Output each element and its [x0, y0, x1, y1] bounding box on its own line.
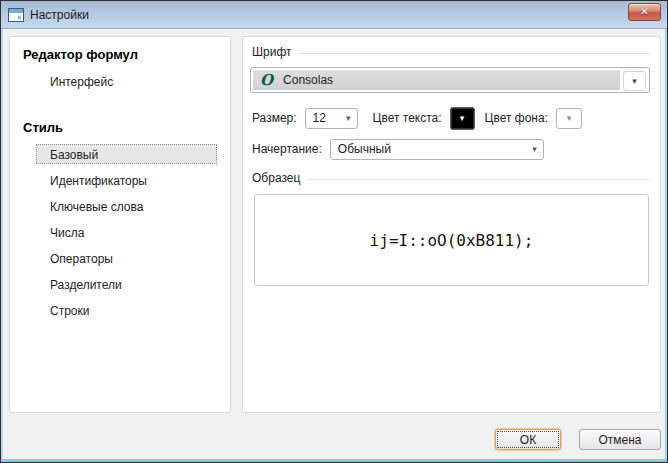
sidebar-item-numbers[interactable]: Числа — [36, 222, 217, 242]
titlebar[interactable]: Настройки ✕ — [1, 1, 667, 29]
settings-dialog: Настройки ✕ Редактор формул Интерфейс Ст… — [0, 0, 668, 463]
sidebar-item-identifiers[interactable]: Идентификаторы — [36, 170, 217, 190]
sidebar-item-strings[interactable]: Строки — [36, 300, 217, 320]
sidebar-item-basic[interactable]: Базовый — [36, 144, 217, 164]
sample-group-title: Образец — [252, 171, 300, 185]
font-style-value: Обычный — [331, 142, 391, 156]
background-color-label: Цвет фона: — [485, 111, 548, 125]
close-button[interactable]: ✕ — [628, 3, 661, 21]
size-and-colors-row: Размер: 12 ▾ Цвет текста: ▾ Цвет фона: ▾ — [252, 105, 652, 131]
ok-button[interactable]: ОК — [495, 429, 561, 450]
chevron-down-icon: ▾ — [460, 114, 465, 123]
chevron-down-icon: ▾ — [567, 114, 572, 123]
sample-text: ij=I::oO(0xB811); — [370, 231, 534, 250]
font-size-value: 12 — [306, 111, 326, 125]
font-sample-preview: ij=I::oO(0xB811); — [254, 194, 649, 286]
close-icon: ✕ — [640, 7, 648, 17]
sidebar-item-delimiters[interactable]: Разделители — [36, 274, 217, 294]
chevron-down-icon: ▾ — [346, 114, 351, 123]
font-group-title: Шрифт — [252, 45, 291, 59]
divider-line — [299, 53, 650, 54]
nav-header-style: Стиль — [23, 120, 230, 135]
chevron-down-icon[interactable]: ▾ — [623, 71, 646, 91]
cancel-button[interactable]: Отмена — [579, 429, 661, 450]
settings-nav-panel: Редактор формул Интерфейс Стиль Базовый … — [9, 36, 231, 413]
background-color-dropdown[interactable]: ▾ — [556, 108, 582, 129]
font-style-dropdown[interactable]: Обычный ▾ — [330, 139, 544, 160]
sidebar-item-keywords[interactable]: Ключевые слова — [36, 196, 217, 216]
font-family-value: Consolas — [283, 73, 333, 87]
sidebar-item-interface[interactable]: Интерфейс — [36, 71, 217, 91]
nav-header-formula-editor: Редактор формул — [23, 47, 230, 62]
opentype-font-icon: O — [260, 73, 273, 88]
section-gap — [10, 97, 230, 108]
sample-group-row: Образец — [252, 171, 650, 185]
font-group-row: Шрифт — [252, 45, 650, 59]
window-title: Настройки — [30, 8, 89, 22]
size-label: Размер: — [252, 111, 297, 125]
sidebar-item-operators[interactable]: Операторы — [36, 248, 217, 268]
divider-line — [308, 179, 650, 180]
text-color-swatch-dropdown[interactable]: ▾ — [450, 107, 475, 130]
chevron-down-icon: ▾ — [532, 145, 537, 154]
font-style-row: Начертание: Обычный ▾ — [252, 137, 544, 161]
font-size-dropdown[interactable]: 12 ▾ — [305, 108, 358, 129]
text-color-label: Цвет текста: — [373, 111, 442, 125]
font-style-label: Начертание: — [252, 142, 322, 156]
window-icon — [8, 8, 24, 22]
style-settings-panel: Шрифт O Consolas ▾ Размер: 12 ▾ Цвет тек… — [242, 36, 661, 413]
font-family-selected: O Consolas — [253, 70, 620, 90]
font-family-dropdown[interactable]: O Consolas ▾ — [250, 67, 650, 93]
